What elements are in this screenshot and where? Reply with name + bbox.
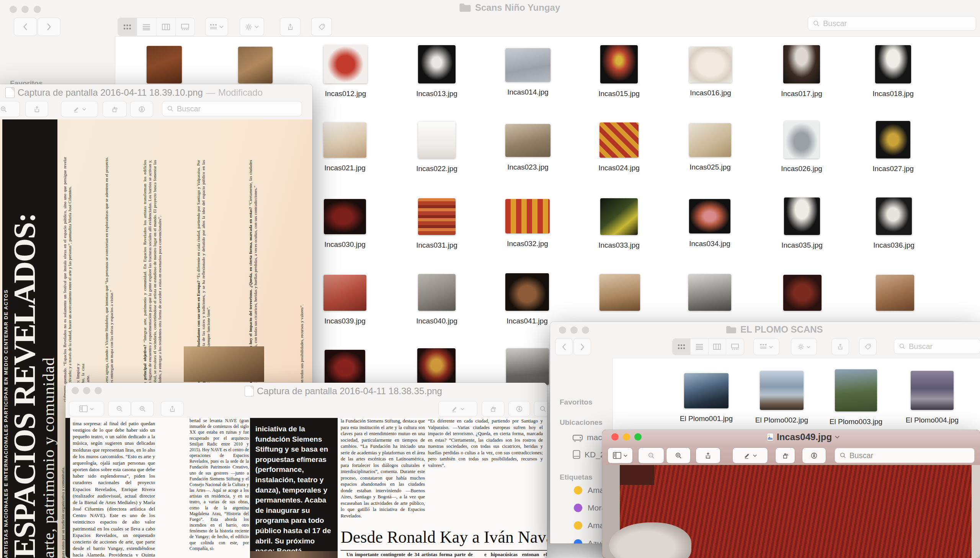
zoom-in-button[interactable] bbox=[131, 401, 154, 417]
minimize-button[interactable] bbox=[570, 327, 578, 334]
action-menu-button[interactable] bbox=[240, 18, 264, 36]
file-thumbnail[interactable] bbox=[599, 123, 639, 158]
view-columns-button[interactable] bbox=[709, 339, 727, 355]
markup-toolbar-button[interactable] bbox=[130, 101, 153, 117]
file-thumbnail[interactable] bbox=[324, 199, 366, 234]
minimize-button[interactable] bbox=[83, 387, 90, 394]
view-list-button[interactable] bbox=[691, 339, 709, 355]
file-thumbnail[interactable] bbox=[760, 371, 804, 410]
file-thumbnail[interactable] bbox=[417, 348, 456, 386]
file-thumbnail[interactable] bbox=[689, 199, 730, 233]
file-thumbnail[interactable] bbox=[418, 274, 456, 311]
back-button[interactable] bbox=[555, 338, 573, 355]
file-thumbnail[interactable] bbox=[689, 123, 731, 157]
zoom-button[interactable] bbox=[95, 387, 102, 394]
forward-button[interactable] bbox=[38, 18, 61, 36]
file-thumbnail[interactable] bbox=[505, 48, 550, 82]
title-chevron-icon[interactable] bbox=[835, 435, 839, 438]
file-thumbnail[interactable] bbox=[418, 198, 456, 235]
markup-toolbar-button[interactable] bbox=[508, 401, 530, 417]
minimize-button[interactable] bbox=[623, 433, 630, 440]
group-by-button[interactable] bbox=[753, 338, 780, 355]
file-thumbnail[interactable] bbox=[238, 47, 272, 84]
file-thumbnail[interactable] bbox=[599, 274, 640, 311]
rotate-button[interactable] bbox=[103, 101, 127, 117]
file-thumbnail[interactable] bbox=[418, 45, 456, 84]
zoom-button[interactable] bbox=[582, 327, 589, 334]
file-thumbnail[interactable] bbox=[600, 45, 638, 84]
close-button[interactable] bbox=[10, 6, 17, 13]
file-thumbnail[interactable] bbox=[684, 373, 729, 409]
file-thumbnail[interactable] bbox=[783, 45, 820, 84]
search-button[interactable] bbox=[534, 401, 547, 417]
markup-pen-button[interactable] bbox=[732, 447, 768, 463]
file-thumbnail[interactable] bbox=[323, 275, 366, 311]
file-thumbnail[interactable] bbox=[911, 371, 954, 410]
file-label: El Plomo003.jpg bbox=[814, 418, 898, 426]
file-label: Incas030.jpg bbox=[303, 240, 387, 249]
file-thumbnail[interactable] bbox=[875, 45, 911, 84]
action-menu-button[interactable] bbox=[791, 338, 817, 355]
close-button[interactable] bbox=[611, 433, 619, 440]
sidebar-tag-item[interactable]: Azul bbox=[550, 539, 603, 543]
forward-button[interactable] bbox=[573, 338, 591, 355]
view-columns-button[interactable] bbox=[157, 18, 176, 36]
share-button[interactable] bbox=[280, 18, 300, 36]
share-button[interactable] bbox=[25, 101, 48, 117]
file-thumbnail[interactable] bbox=[505, 124, 550, 157]
file-thumbnail[interactable] bbox=[505, 273, 549, 311]
minimize-button[interactable] bbox=[21, 6, 29, 13]
file-thumbnail[interactable] bbox=[147, 46, 182, 84]
preview1-toolbar: Captura de pantalla 2016-04-11 18.39.10.… bbox=[0, 84, 312, 120]
zoom-out-button[interactable] bbox=[108, 401, 131, 417]
view-gallery-button[interactable] bbox=[176, 18, 194, 36]
file-thumbnail[interactable] bbox=[876, 275, 914, 311]
file-thumbnail[interactable] bbox=[876, 121, 910, 158]
group-by-button[interactable] bbox=[205, 18, 228, 36]
share-button[interactable] bbox=[161, 401, 184, 417]
file-thumbnail[interactable] bbox=[325, 350, 365, 387]
file-thumbnail[interactable] bbox=[783, 275, 821, 311]
zoom-button[interactable] bbox=[634, 433, 642, 440]
back-button[interactable] bbox=[14, 18, 37, 36]
file-thumbnail[interactable] bbox=[835, 369, 877, 412]
file-thumbnail[interactable] bbox=[876, 197, 912, 235]
rotate-button[interactable] bbox=[775, 447, 795, 463]
close-button[interactable] bbox=[559, 327, 566, 334]
search-input[interactable]: Buscar bbox=[162, 101, 302, 117]
zoom-in-button[interactable] bbox=[666, 447, 691, 463]
file-thumbnail[interactable] bbox=[323, 45, 368, 84]
share-button[interactable] bbox=[696, 447, 721, 463]
file-thumbnail[interactable] bbox=[784, 121, 819, 158]
file-thumbnail[interactable] bbox=[505, 199, 550, 233]
file-thumbnail[interactable] bbox=[506, 348, 549, 385]
file-thumbnail[interactable] bbox=[784, 197, 820, 235]
search-input[interactable]: Buscar bbox=[894, 339, 980, 354]
view-list-button[interactable] bbox=[137, 18, 156, 36]
zoom-button[interactable] bbox=[34, 6, 41, 13]
file-thumbnail[interactable] bbox=[689, 47, 732, 83]
rotate-button[interactable] bbox=[482, 401, 504, 417]
view-grid-button[interactable] bbox=[673, 339, 691, 355]
tag-button[interactable] bbox=[311, 18, 332, 36]
sidebar-toggle-button[interactable] bbox=[607, 447, 633, 463]
share-button[interactable] bbox=[831, 338, 849, 355]
markup-pen-button[interactable] bbox=[61, 101, 98, 117]
article-column-mid: bertad se levanta NAVE (gran inmueble de… bbox=[189, 418, 249, 558]
search-input[interactable]: Buscar bbox=[808, 16, 976, 31]
view-gallery-button[interactable] bbox=[726, 339, 744, 355]
zoom-out-button[interactable] bbox=[638, 447, 664, 463]
file-thumbnail[interactable] bbox=[688, 274, 731, 311]
zoom-tool-button[interactable] bbox=[0, 101, 20, 117]
file-thumbnail[interactable] bbox=[323, 123, 366, 158]
tag-button[interactable] bbox=[859, 338, 877, 355]
view-grid-button[interactable] bbox=[118, 18, 137, 36]
close-button[interactable] bbox=[72, 387, 79, 394]
sidebar-toggle-button[interactable] bbox=[69, 401, 104, 417]
sidebar-item-mac[interactable]: mac bbox=[572, 433, 602, 442]
file-thumbnail[interactable] bbox=[418, 122, 456, 158]
file-thumbnail[interactable] bbox=[600, 198, 638, 235]
search-input[interactable]: Buscar bbox=[834, 448, 975, 463]
markup-toolbar-button[interactable] bbox=[802, 447, 826, 463]
markup-pen-button[interactable] bbox=[438, 401, 478, 417]
